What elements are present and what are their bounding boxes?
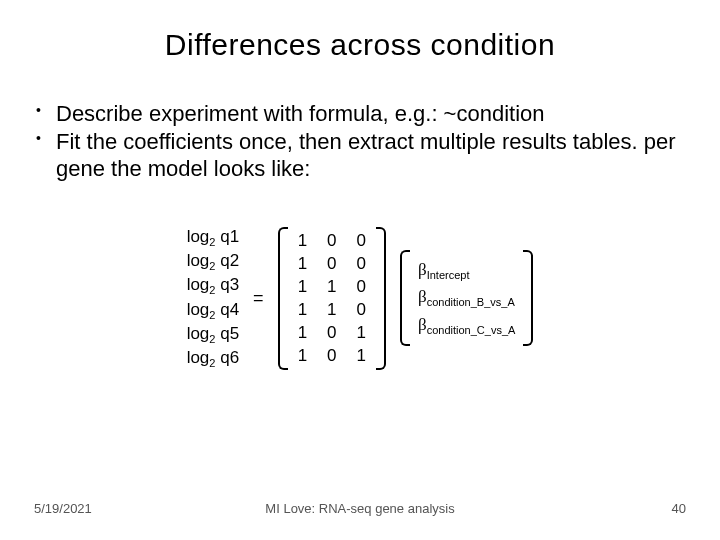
equals-sign: = — [253, 288, 264, 309]
log-row: log2 q3 — [187, 275, 239, 296]
coefficient-vector: βIntercept βcondition_B_vs_A βcondition_… — [400, 250, 533, 346]
bracket-left-icon — [400, 250, 410, 346]
bullet-item: Fit the coefficients once, then extract … — [36, 128, 720, 183]
footer-attribution: MI Love: RNA-seq gene analysis — [265, 501, 454, 516]
log-row: log2 q2 — [187, 251, 239, 272]
bracket-right-icon — [376, 227, 386, 370]
matrix-col: 111111 — [298, 231, 307, 366]
model-equation: log2 q1 log2 q2 log2 q3 log2 q4 log2 q5 … — [0, 227, 720, 370]
log-row: log2 q6 — [187, 348, 239, 369]
log-row: log2 q5 — [187, 324, 239, 345]
beta-row: βcondition_B_vs_A — [418, 287, 515, 308]
log-row: log2 q1 — [187, 227, 239, 248]
beta-row: βIntercept — [418, 260, 515, 281]
slide-title: Differences across condition — [0, 0, 720, 62]
log-vector: log2 q1 log2 q2 log2 q3 log2 q4 log2 q5 … — [187, 227, 239, 370]
matrix-col: 000011 — [357, 231, 366, 366]
footer-page-number: 40 — [672, 501, 686, 516]
matrix-col: 001100 — [327, 231, 336, 366]
slide-footer: 5/19/2021 MI Love: RNA-seq gene analysis… — [0, 501, 720, 516]
bracket-right-icon — [523, 250, 533, 346]
footer-date: 5/19/2021 — [34, 501, 92, 516]
bracket-left-icon — [278, 227, 288, 370]
bullet-list: Describe experiment with formula, e.g.: … — [36, 100, 720, 183]
log-row: log2 q4 — [187, 300, 239, 321]
bullet-item: Describe experiment with formula, e.g.: … — [36, 100, 720, 128]
beta-row: βcondition_C_vs_A — [418, 315, 515, 336]
design-matrix: 111111 001100 000011 — [278, 227, 386, 370]
